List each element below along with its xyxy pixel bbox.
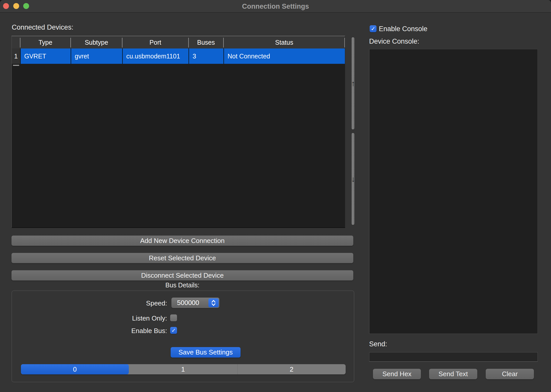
reset-device-button[interactable]: Reset Selected Device	[11, 253, 353, 263]
table-row-cell-port[interactable]: cu.usbmodem1101	[122, 48, 189, 64]
header-separator	[20, 38, 20, 47]
connected-devices-label: Connected Devices:	[12, 23, 73, 31]
send-hex-button[interactable]: Send Hex	[373, 369, 421, 379]
column-header-port[interactable]: Port	[122, 36, 189, 48]
connection-settings-window: Connection Settings Connected Devices: T…	[0, 0, 551, 392]
stepper-up-down-icon[interactable]	[208, 298, 219, 307]
chevron-up-down-icon	[211, 299, 216, 307]
send-input[interactable]	[369, 352, 538, 362]
table-row-cell-status[interactable]: Not Connected	[223, 48, 345, 64]
enable-console-label: Enable Console	[379, 25, 428, 33]
bus-tabbar: 0 1 2	[21, 364, 346, 374]
header-separator	[122, 38, 122, 47]
listen-only-label: Listen Only:	[91, 314, 167, 322]
table-row-cell-type[interactable]: GVRET	[20, 48, 71, 64]
column-header-status[interactable]: Status	[223, 36, 345, 48]
bus-tab-2[interactable]: 2	[237, 364, 346, 374]
window-titlebar: Connection Settings	[0, 0, 551, 13]
save-bus-settings-button[interactable]: Save Bus Settings	[171, 347, 241, 358]
column-header-type[interactable]: Type	[20, 36, 71, 48]
header-separator	[344, 38, 345, 47]
device-console-output[interactable]	[369, 49, 538, 334]
add-device-button[interactable]: Add New Device Connection	[11, 236, 353, 246]
scroll-up-arrow-icon[interactable]: ↑	[351, 80, 355, 87]
scrollbar-thumb-upper[interactable]: ↑	[351, 37, 355, 130]
listen-only-checkbox[interactable]	[170, 314, 177, 321]
table-row-cell-subtype[interactable]: gvret	[71, 48, 122, 64]
current-row-indicator	[13, 65, 19, 66]
scrollbar-thumb-lower[interactable]: ↓	[351, 133, 355, 225]
column-header-subtype[interactable]: Subtype	[71, 36, 122, 48]
speed-value: 500000	[177, 298, 199, 308]
bus-tab-1[interactable]: 1	[129, 364, 237, 374]
device-console-label: Device Console:	[369, 38, 419, 45]
header-separator	[70, 38, 71, 47]
table-corner-cell	[12, 36, 20, 48]
bus-details-label: Bus Details:	[11, 281, 353, 289]
enable-console-checkbox[interactable]: ✓	[370, 25, 377, 32]
disconnect-device-button[interactable]: Disconnect Selected Device	[11, 270, 353, 280]
header-separator	[188, 38, 189, 47]
column-header-buses[interactable]: Buses	[189, 36, 223, 48]
speed-combobox[interactable]: 500000	[171, 298, 219, 308]
clear-button[interactable]: Clear	[486, 369, 534, 379]
device-table[interactable]: Type Subtype Port Buses Status 1 GVRET g…	[11, 36, 345, 228]
bus-tab-0[interactable]: 0	[21, 364, 129, 374]
window-title: Connection Settings	[0, 0, 551, 13]
enable-bus-checkbox[interactable]: ✓	[170, 327, 177, 334]
scroll-down-arrow-icon[interactable]: ↓	[351, 175, 355, 183]
send-text-button[interactable]: Send Text	[429, 369, 477, 379]
enable-bus-label: Enable Bus:	[91, 327, 167, 335]
header-separator	[223, 38, 224, 47]
table-row-cell-buses[interactable]: 3	[189, 48, 223, 64]
row-number-cell[interactable]: 1	[12, 48, 20, 64]
send-label: Send:	[369, 340, 387, 348]
speed-label: Speed:	[91, 299, 167, 307]
